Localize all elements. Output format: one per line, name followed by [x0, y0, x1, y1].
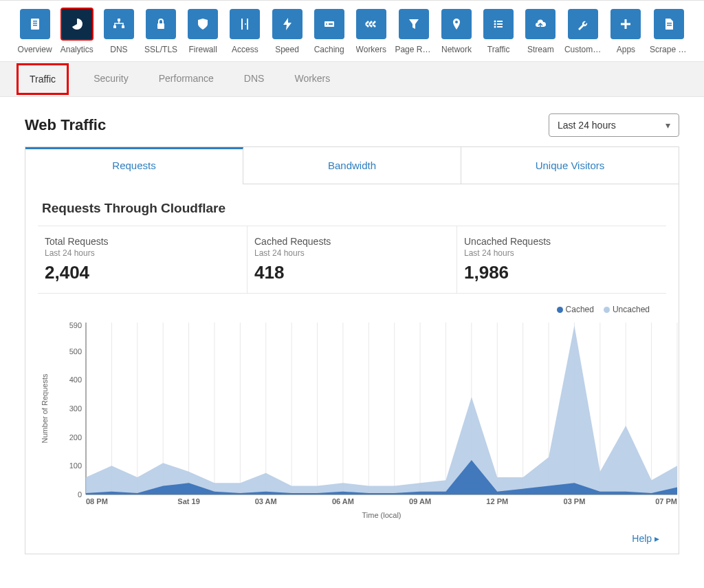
topnav-item-network[interactable]: Network — [438, 9, 474, 54]
shield-icon — [188, 9, 218, 39]
tab-bandwidth[interactable]: Bandwidth — [243, 147, 461, 184]
svg-rect-18 — [497, 21, 503, 22]
svg-text:06 AM: 06 AM — [332, 497, 354, 505]
chevrons-icon — [356, 9, 386, 39]
chevron-down-icon: ▾ — [666, 120, 670, 131]
svg-rect-13 — [329, 23, 333, 25]
svg-rect-2 — [33, 23, 37, 24]
tab-unique-visitors[interactable]: Unique Visitors — [461, 147, 679, 184]
topnav-label: SSL/TLS — [144, 45, 177, 54]
chevron-right-icon: ▸ — [654, 533, 659, 544]
top-nav: OverviewAnalyticsDNSSSL/TLSFirewallAcces… — [0, 0, 704, 54]
topnav-item-ssl-tls[interactable]: SSL/TLS — [142, 9, 179, 54]
cloud-icon — [525, 9, 556, 39]
subnav-item-security[interactable]: Security — [88, 62, 134, 96]
subnav-item-workers[interactable]: Workers — [289, 62, 336, 96]
requests-panel: Requests Through Cloudflare Total Reques… — [25, 184, 679, 554]
topnav-label: Page Rules — [395, 45, 432, 54]
tab-requests[interactable]: Requests — [25, 147, 243, 184]
topnav-item-firewall[interactable]: Firewall — [185, 9, 221, 54]
topnav-label: Stream — [527, 45, 554, 54]
svg-rect-5 — [113, 25, 116, 28]
door-icon — [230, 9, 260, 39]
svg-point-16 — [494, 23, 496, 25]
topnav-item-apps[interactable]: Apps — [608, 9, 644, 54]
svg-rect-7 — [157, 23, 164, 29]
stat-block: Cached RequestsLast 24 hours418 — [248, 226, 457, 293]
svg-text:03 AM: 03 AM — [255, 497, 277, 505]
svg-text:09 AM: 09 AM — [409, 497, 431, 505]
topnav-label: Firewall — [189, 45, 217, 54]
topnav-item-stream[interactable]: Stream — [522, 9, 559, 54]
topnav-item-analytics[interactable]: Analytics — [58, 9, 95, 54]
stat-sublabel: Last 24 hours — [45, 248, 247, 258]
stat-block: Uncached RequestsLast 24 hours1,986 — [457, 226, 666, 293]
topnav-item-scrape-shi-[interactable]: Scrape Shi... — [650, 9, 688, 54]
chart-legend: CachedUncached — [38, 301, 666, 316]
svg-text:0: 0 — [78, 490, 82, 499]
svg-text:590: 590 — [69, 321, 82, 329]
pie-icon — [60, 8, 94, 41]
stat-value: 2,404 — [45, 262, 247, 283]
svg-text:100: 100 — [69, 461, 82, 470]
subnav-item-dns[interactable]: DNS — [239, 62, 270, 96]
legend-label: Cached — [566, 305, 594, 314]
topnav-label: Workers — [356, 45, 386, 54]
topnav-item-overview[interactable]: Overview — [16, 9, 53, 54]
topnav-item-custom-pa-[interactable]: Custom Pa... — [564, 9, 602, 54]
requests-chart: 010020030040050059008 PMSat 1903 AM06 AM… — [38, 316, 684, 522]
time-range-value: Last 24 hours — [558, 120, 616, 131]
topnav-label: Network — [441, 45, 472, 54]
svg-point-17 — [494, 26, 496, 28]
legend-dot-icon — [604, 307, 610, 313]
svg-text:300: 300 — [69, 404, 82, 413]
topnav-label: Speed — [275, 45, 299, 54]
topnav-item-caching[interactable]: Caching — [311, 9, 347, 54]
time-range-select[interactable]: Last 24 hours ▾ — [549, 113, 679, 137]
subnav-item-performance[interactable]: Performance — [153, 62, 219, 96]
svg-point-15 — [494, 21, 496, 23]
svg-text:Time (local): Time (local) — [362, 511, 401, 519]
svg-text:200: 200 — [69, 433, 82, 442]
svg-text:12 PM: 12 PM — [486, 497, 508, 505]
topnav-item-access[interactable]: Access — [227, 9, 263, 54]
svg-rect-6 — [122, 25, 124, 28]
stat-value: 1,986 — [464, 262, 666, 283]
pin-icon — [441, 9, 472, 39]
sub-nav: TrafficSecurityPerformanceDNSWorkers — [0, 61, 704, 97]
subnav-item-traffic[interactable]: Traffic — [16, 63, 69, 95]
funnel-icon — [399, 9, 429, 39]
bolt-icon — [272, 9, 302, 39]
topnav-label: Overview — [18, 45, 52, 54]
svg-rect-1 — [33, 21, 37, 22]
svg-rect-19 — [497, 23, 503, 25]
topnav-item-workers[interactable]: Workers — [353, 9, 389, 54]
topnav-item-page-rules[interactable]: Page Rules — [395, 9, 432, 54]
topnav-item-dns[interactable]: DNS — [100, 9, 137, 54]
svg-rect-3 — [33, 25, 37, 26]
topnav-label: Apps — [617, 45, 635, 54]
svg-text:03 PM: 03 PM — [564, 497, 586, 505]
topnav-label: Traffic — [487, 45, 510, 54]
svg-point-10 — [245, 23, 246, 25]
svg-rect-22 — [621, 23, 630, 25]
svg-rect-0 — [31, 19, 39, 30]
stat-label: Cached Requests — [254, 236, 456, 247]
svg-rect-24 — [667, 25, 672, 26]
help-link[interactable]: Help ▸ — [632, 533, 659, 544]
legend-dot-icon — [557, 307, 563, 313]
list-icon — [483, 9, 514, 39]
topnav-item-traffic[interactable]: Traffic — [481, 9, 517, 54]
stat-sublabel: Last 24 hours — [464, 248, 666, 258]
svg-point-14 — [455, 21, 458, 23]
topnav-label: Access — [232, 45, 258, 54]
wrench-icon — [568, 9, 598, 39]
topnav-item-speed[interactable]: Speed — [269, 9, 305, 54]
chart-container: CachedUncached 010020030040050059008 PMS… — [38, 301, 666, 522]
panel-title: Requests Through Cloudflare — [42, 201, 666, 216]
lock-icon — [146, 9, 176, 39]
svg-text:500: 500 — [69, 347, 82, 356]
svg-text:07 PM: 07 PM — [655, 497, 677, 505]
svg-text:Number of Requests: Number of Requests — [41, 373, 49, 443]
svg-rect-4 — [118, 19, 120, 21]
